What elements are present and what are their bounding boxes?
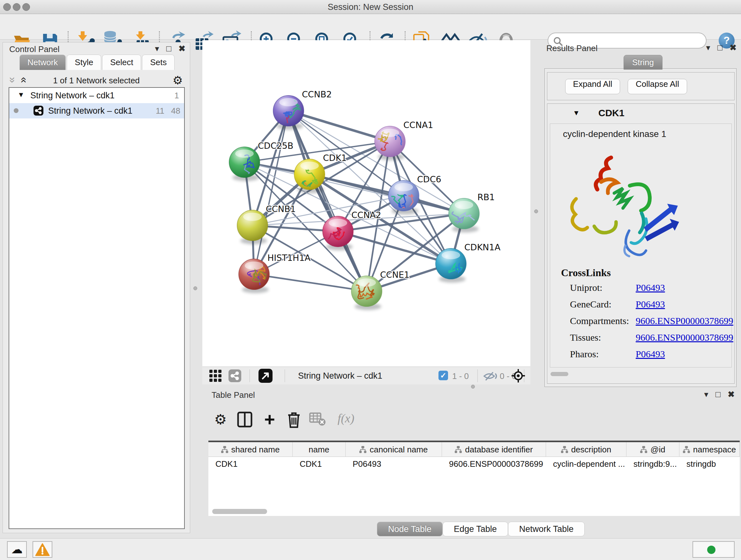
tab-node-table[interactable]: Node Table — [377, 522, 443, 537]
crosslink-row: Pharos:P06493 — [550, 349, 731, 365]
show-columns-icon[interactable] — [236, 411, 254, 429]
column-header-shared-name[interactable]: shared name — [208, 442, 293, 457]
network-collection-row[interactable]: ▼ String Network – cdk1 1 — [9, 88, 184, 103]
table-horizontal-scrollbar[interactable] — [212, 509, 267, 514]
memory-status-dot-icon — [707, 546, 716, 554]
selected-count: 1 - 0 — [452, 371, 469, 381]
hidden-eye-icon[interactable] — [483, 371, 497, 382]
expand-all-button[interactable]: Expand All — [565, 79, 620, 94]
memory-button[interactable]: Memory — [692, 541, 735, 558]
control-panel-float-icon[interactable]: □ — [166, 44, 172, 54]
cell--id[interactable]: stringdb:9... — [626, 457, 679, 471]
table-panel-close-icon[interactable]: ✖ — [728, 389, 735, 399]
function-builder-icon[interactable]: f(x) — [332, 411, 360, 429]
cell-description[interactable]: cyclin-dependent ... — [546, 457, 626, 471]
crosslink-link[interactable]: P06493 — [636, 299, 665, 310]
network-share-icon[interactable] — [228, 369, 241, 382]
network-options-gear-icon[interactable]: ⚙ — [173, 74, 183, 87]
tab-style[interactable]: Style — [67, 55, 101, 70]
table-panel-float-icon[interactable]: □ — [716, 389, 721, 399]
edge-count: 48 — [171, 106, 180, 116]
collection-expander-icon[interactable]: ▼ — [17, 91, 24, 99]
delete-table-icon[interactable] — [309, 411, 327, 429]
table-tabs: Node TableEdge TableNetwork Table — [377, 522, 585, 537]
network-canvas[interactable]: CCNB2CCNA1CDC25BCDK1CDC6RB1CCNB1CCNA2CDK… — [202, 40, 530, 367]
delete-column-icon[interactable] — [285, 411, 303, 429]
crosslink-row: Tissues:9606.ENSP00000378699 — [550, 332, 731, 348]
cloud-icon[interactable]: ☁ — [7, 541, 27, 558]
network-node-CCNB1[interactable]: CCNB1 — [237, 204, 296, 244]
column-header-description[interactable]: description — [546, 442, 626, 457]
results-panel-float-icon[interactable]: □ — [718, 43, 723, 53]
results-panel: Results Panel ▾ □ ✖ String Expand All Co… — [543, 42, 738, 388]
network-node-CCNA1[interactable]: CCNA1 — [366, 120, 433, 160]
warning-icon[interactable] — [32, 541, 52, 558]
tab-string[interactable]: String — [623, 55, 663, 70]
protein-structure-image — [563, 152, 682, 264]
crosslink-link[interactable]: P06493 — [636, 349, 665, 360]
table-row[interactable]: CDK1CDK1P064939606.ENSP00000378699cyclin… — [208, 457, 740, 471]
network-status-dot-icon — [14, 108, 18, 113]
column-header-database-identifier[interactable]: database identifier — [442, 442, 546, 457]
network-tree: ▼ String Network – cdk1 1 String Network… — [9, 87, 185, 529]
splitter-handle[interactable] — [534, 209, 538, 213]
gene-expander-icon[interactable]: ▼ — [573, 109, 580, 117]
tab-sets[interactable]: Sets — [142, 55, 175, 70]
network-graph[interactable]: CCNB2CCNA1CDC25BCDK1CDC6RB1CCNB1CCNA2CDK… — [202, 40, 530, 367]
network-node-CDC25B[interactable]: CDC25B — [229, 141, 293, 193]
results-panel-close-icon[interactable]: ✖ — [730, 43, 737, 53]
collection-label: String Network – cdk1 — [30, 91, 115, 101]
control-panel-title: Control Panel — [9, 44, 60, 54]
crosslink-link[interactable]: 9606.ENSP00000378699 — [636, 315, 733, 326]
gene-description: cyclin-dependent kinase 1 — [563, 129, 666, 139]
selected-nodes-checkbox[interactable]: ✓ — [439, 371, 448, 380]
column-header-name[interactable]: name — [293, 442, 346, 457]
results-horizontal-scrollbar[interactable] — [550, 372, 568, 376]
cell-canonical-name[interactable]: P06493 — [346, 457, 442, 471]
control-panel-menu-icon[interactable]: ▾ — [155, 44, 159, 54]
results-panel-title: Results Panel — [546, 44, 597, 53]
expand-collapse-box: Expand All Collapse All — [547, 72, 735, 100]
gene-section-header[interactable]: ▼ CDK1 — [547, 104, 734, 124]
crosslink-label: GeneCard: — [570, 299, 611, 310]
table-options-gear-icon[interactable]: ⚙ — [212, 411, 229, 429]
node-table: shared namenamecanonical namedatabase id… — [208, 441, 740, 516]
crosslink-row: Uniprot:P06493 — [550, 282, 731, 298]
network-node-CCNB2[interactable]: CCNB2 — [270, 89, 332, 137]
cell-shared-name[interactable]: CDK1 — [208, 457, 293, 471]
column-header-canonical-name[interactable]: canonical name — [346, 442, 442, 457]
tab-network-table[interactable]: Network Table — [508, 522, 585, 537]
control-panel-close-icon[interactable]: ✖ — [179, 44, 185, 54]
titlebar: Session: New Session — [0, 0, 741, 14]
cell-name[interactable]: CDK1 — [293, 457, 346, 471]
cell-database-identifier[interactable]: 9606.ENSP00000378699 — [442, 457, 546, 471]
crosslink-row: GeneCard:P06493 — [550, 299, 731, 315]
open-in-window-icon[interactable] — [259, 369, 273, 383]
crosslink-link[interactable]: P06493 — [636, 282, 665, 293]
tab-network[interactable]: Network — [19, 55, 66, 70]
node-label-CCNA2: CCNA2 — [351, 210, 381, 220]
network-view-title: String Network – cdk1 — [298, 371, 382, 381]
column-header--id[interactable]: @id — [626, 442, 679, 457]
crosslink-link[interactable]: 9606.ENSP00000378699 — [636, 332, 733, 343]
collapse-all-button[interactable]: Collapse All — [628, 79, 687, 94]
splitter-handle[interactable] — [471, 385, 475, 388]
main-toolbar: ? — [0, 14, 741, 40]
results-panel-menu-icon[interactable]: ▾ — [706, 43, 711, 53]
tab-select[interactable]: Select — [102, 55, 141, 70]
column-header-namespace[interactable]: namespace — [679, 442, 740, 457]
collection-count: 1 — [175, 91, 179, 101]
splitter-handle[interactable] — [193, 287, 197, 290]
network-row[interactable]: String Network – cdk1 11 48 — [9, 103, 184, 118]
network-node-RB1[interactable]: RB1 — [449, 192, 495, 233]
network-node-CDKN1A[interactable]: CDKN1A — [435, 242, 501, 283]
tab-edge-table[interactable]: Edge Table — [443, 522, 508, 537]
crosshair-icon[interactable] — [511, 369, 525, 384]
create-column-icon[interactable]: + — [261, 411, 279, 429]
network-node-HIST1H1A[interactable]: HIST1H1A — [239, 253, 311, 293]
window-title: Session: New Session — [0, 2, 741, 12]
table-panel-menu-icon[interactable]: ▾ — [704, 389, 709, 399]
cell-namespace[interactable]: stringdb — [679, 457, 740, 471]
node-label-RB1: RB1 — [477, 192, 495, 202]
birdseye-grid-icon[interactable] — [209, 370, 221, 383]
